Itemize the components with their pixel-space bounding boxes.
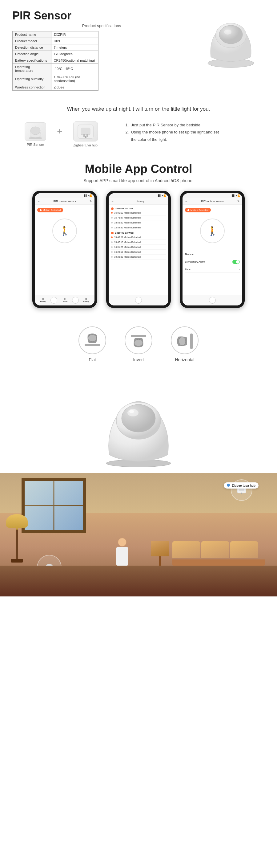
product-image	[197, 9, 265, 68]
phone-1-content: Motion Detected 🚶	[35, 205, 95, 295]
motion-label: Motion Detected	[43, 209, 61, 212]
date-1-label: 2019-03-14 Thu	[115, 207, 133, 210]
cushion-2	[201, 541, 229, 558]
product-subtitle: Product specifications	[12, 24, 191, 28]
history-item: 16:01:23 Motion Detected	[111, 245, 166, 250]
phone-2-content: 2019-03-14 Thu 16:01:13 Motion Detected …	[109, 205, 168, 295]
mounting-flat: Flat	[78, 327, 106, 362]
home-button[interactable]	[50, 297, 57, 304]
side-table	[151, 541, 169, 566]
history-dot	[111, 217, 113, 219]
notice-header: Notice	[185, 251, 240, 258]
history-entry: 15:76:47 Motion Detected	[114, 216, 141, 219]
history-entry: 15:43:51 Motion Detected	[114, 236, 141, 239]
specs-section: PIR Sensor Product specifications Produc…	[0, 0, 277, 97]
phone-3-content: Motion Detected 🚶 Notice Low Battery Ala…	[182, 205, 242, 295]
history-entry: 12:54:32 Motion Detected	[114, 226, 141, 229]
invert-icon	[129, 332, 148, 349]
svg-rect-7	[81, 128, 90, 135]
product-title: PIR Sensor	[12, 9, 191, 22]
specs-table: Product name ZXZPIR Product model D09 De…	[12, 31, 99, 91]
nav-history[interactable]: History	[40, 298, 46, 302]
flat-label: Flat	[89, 357, 96, 362]
phone-3: ▋▋ ◀ 📶 ← PIR motion sensor ✎ Motion Dete…	[178, 191, 246, 308]
edit-icon: ✎	[90, 200, 92, 203]
instruction-2: 2. Using the mobile phone to set up the …	[126, 128, 258, 143]
orange-dot-2	[111, 232, 113, 234]
svg-rect-13	[131, 335, 146, 337]
nav-history-label: History	[40, 301, 46, 302]
spec-value: CR2450(optional matching)	[51, 57, 98, 64]
history-entry: 16:01:13 Motion Detected	[114, 212, 141, 214]
motion-circle-3: 🚶	[200, 219, 225, 243]
phone-1-statusbar: ▋▋ ◀ 📶	[35, 193, 95, 198]
zone-label: Zone	[185, 268, 191, 271]
history-entry: 16:20:19 Motion Detected	[114, 251, 141, 253]
spec-label: Battery specifications	[12, 57, 51, 64]
phone-3-outer: ▋▋ ◀ 📶 ← PIR motion sensor ✎ Motion Dete…	[180, 191, 245, 308]
history-item: 12:54:32 Motion Detected	[111, 225, 166, 230]
svg-rect-11	[84, 344, 100, 346]
history-dot	[111, 241, 113, 243]
flat-icon	[83, 332, 102, 349]
pir-sensor-illustration	[200, 9, 262, 68]
home-button-4[interactable]	[209, 297, 216, 304]
status-icons-2: ▋▋ ◀ 📶	[158, 194, 167, 197]
phone-3-title: PIR motion sensor	[201, 200, 224, 203]
history-dot	[111, 237, 113, 238]
person-head	[118, 538, 127, 547]
spec-value: 170 degrees	[51, 51, 98, 57]
sofa-cushions	[172, 541, 265, 558]
app-section-title: Mobile App Control	[6, 162, 271, 176]
spec-label: Detection angle	[12, 51, 51, 57]
spec-label: Operating humidity	[12, 74, 51, 84]
phone-1-topbar: ← PIR motion sensor ✎	[35, 198, 95, 205]
nav-device-label: Device	[62, 301, 67, 302]
nav-battery[interactable]: Battery	[83, 298, 89, 302]
instruction-1: 1. Just put the PIR Sensor by the bedsid…	[126, 121, 258, 128]
specs-left: PIR Sensor Product specifications Produc…	[12, 9, 191, 91]
back-arrow-3: ←	[185, 200, 188, 203]
motion-circle: 🚶	[52, 219, 77, 243]
hub-combo-item: Zigbee tuya hub	[73, 121, 98, 147]
battery-toggle[interactable]	[232, 260, 240, 264]
phone-2-title: History	[135, 200, 144, 203]
spec-label: Operating temperature	[12, 64, 51, 74]
svg-point-12	[88, 335, 97, 342]
phones-row: ▋▋ ◀ 📶 ← PIR motion sensor ✎ Motion Dete…	[6, 191, 271, 308]
back-arrow-2: ←	[111, 200, 114, 203]
floor	[0, 566, 277, 596]
history-item: 16:01:13 Motion Detected	[111, 211, 166, 215]
phone-1: ▋▋ ◀ 📶 ← PIR motion sensor ✎ Motion Dete…	[31, 191, 99, 308]
back-arrow: ←	[37, 200, 40, 203]
mounting-invert: Invert	[125, 327, 152, 362]
pir-combo-label: PIR Sensor	[27, 143, 44, 147]
history-item: 10:20:30 Motion Detected	[111, 255, 166, 259]
mounting-horizontal: Horizontal	[171, 327, 199, 362]
phone-3-statusbar: ▋▋ ◀ 📶	[182, 193, 242, 198]
svg-point-8	[84, 136, 86, 138]
nav-device[interactable]: Device	[62, 298, 67, 302]
phone-2-bottom-nav	[109, 295, 168, 306]
home-button-3[interactable]	[135, 297, 142, 304]
hub-mini-icon	[75, 122, 96, 141]
window-light	[25, 481, 83, 530]
svg-point-3	[224, 30, 232, 34]
mounting-row: Flat Invert	[6, 327, 271, 362]
table-row: Wireless connection ZigBee	[12, 84, 99, 91]
motion-dot	[40, 209, 41, 211]
battery-alarm-row: Low Battery Alarm	[185, 258, 240, 266]
svg-rect-10	[86, 134, 88, 137]
phone-2-screen: ▋▋ ◀ 📶 ← History 2019-03-14 Thu	[109, 193, 168, 306]
status-icons: ▋▋ ◀ 📶	[84, 194, 93, 197]
spec-label: Product model	[12, 38, 51, 44]
table-row: Operating temperature -10°C - 45°C	[12, 64, 99, 74]
home-button-2[interactable]	[72, 297, 79, 304]
hub-label-text: Zigbee tuya hub	[232, 484, 255, 487]
pir-combo-icon	[25, 122, 46, 141]
pir-mini-icon	[27, 124, 44, 139]
phone-2-topbar: ← History	[109, 198, 168, 205]
phone-3-topbar: ← PIR motion sensor ✎	[182, 198, 242, 205]
table-top	[151, 541, 169, 556]
spec-value: ZigBee	[51, 84, 98, 91]
